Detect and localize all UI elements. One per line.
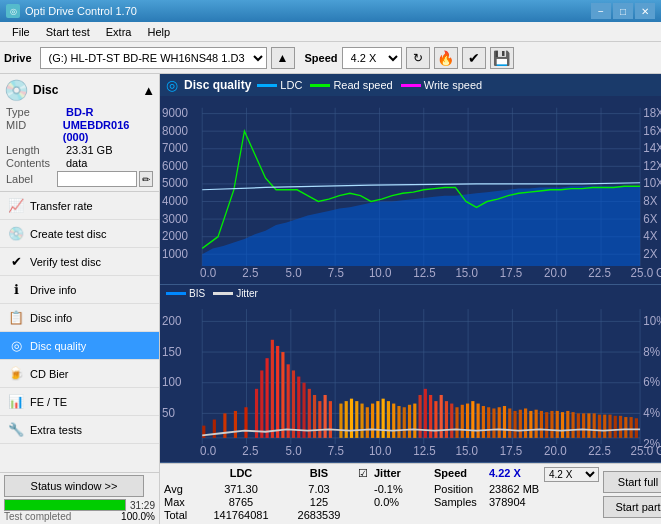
stats-checkbox[interactable]: ☑ <box>358 467 374 482</box>
sidebar-item-cd-bier[interactable]: 🍺 CD Bier <box>0 360 159 388</box>
disc-panel: 💿 Disc ▲ Type BD-R MID UMEBDR016 (000) L… <box>0 74 159 192</box>
type-label: Type <box>6 106 66 118</box>
svg-text:12X: 12X <box>643 158 661 173</box>
minimize-button[interactable]: − <box>591 3 611 19</box>
svg-rect-129 <box>550 410 553 437</box>
svg-rect-100 <box>360 403 363 437</box>
max-ldc: 8765 <box>202 496 280 508</box>
menu-extra[interactable]: Extra <box>98 24 140 40</box>
svg-rect-90 <box>450 403 453 437</box>
sidebar-item-create-test-disc[interactable]: 💿 Create test disc <box>0 220 159 248</box>
refresh-button[interactable]: ↻ <box>406 47 430 69</box>
disc-header: 💿 Disc ▲ <box>4 78 155 102</box>
sidebar-item-drive-info[interactable]: ℹ Drive info <box>0 276 159 304</box>
svg-text:50: 50 <box>162 405 175 420</box>
svg-rect-126 <box>535 409 538 437</box>
svg-rect-86 <box>429 395 432 438</box>
svg-text:9000: 9000 <box>162 106 188 121</box>
svg-rect-99 <box>355 401 358 438</box>
eject-button[interactable]: ▲ <box>271 47 295 69</box>
toolbar: Drive (G:) HL-DT-ST BD-RE WH16NS48 1.D3 … <box>0 42 661 74</box>
svg-text:10.0: 10.0 <box>369 265 392 280</box>
sidebar-item-disc-info[interactable]: 📋 Disc info <box>0 304 159 332</box>
sidebar-item-disc-quality[interactable]: ◎ Disc quality <box>0 332 159 360</box>
avg-spacer <box>358 483 374 495</box>
maximize-button[interactable]: □ <box>613 3 633 19</box>
disc-eject-icon[interactable]: ▲ <box>142 83 155 98</box>
svg-rect-104 <box>382 398 385 437</box>
sidebar-item-fe-te[interactable]: 📊 FE / TE <box>0 388 159 416</box>
sidebar-item-extra-tests[interactable]: 🔧 Extra tests <box>0 416 159 444</box>
length-value: 23.31 GB <box>66 144 112 156</box>
svg-text:20.0: 20.0 <box>544 443 567 458</box>
avg-label: Avg <box>164 483 202 495</box>
svg-text:14X: 14X <box>643 141 661 156</box>
svg-rect-123 <box>519 409 522 437</box>
verify-button[interactable]: ✔ <box>462 47 486 69</box>
drive-select[interactable]: (G:) HL-DT-ST BD-RE WH16NS48 1.D3 <box>40 47 267 69</box>
label-edit-button[interactable]: ✏ <box>139 171 153 187</box>
svg-rect-108 <box>403 407 406 438</box>
svg-rect-102 <box>371 403 374 437</box>
speed-select[interactable]: 4.2 X <box>544 467 599 482</box>
ldc-color-swatch <box>257 84 277 87</box>
cd-bier-label: CD Bier <box>30 368 69 380</box>
svg-text:12.5: 12.5 <box>413 265 436 280</box>
svg-text:6%: 6% <box>643 374 660 389</box>
svg-rect-134 <box>577 413 580 438</box>
disc-quality-header-icon: ◎ <box>166 77 178 93</box>
bottom-chart-header: BIS Jitter <box>160 285 661 303</box>
svg-rect-96 <box>339 403 342 437</box>
status-window-button[interactable]: Status window >> <box>4 475 144 497</box>
disc-quality-icon: ◎ <box>8 338 24 354</box>
svg-text:20.0: 20.0 <box>544 265 567 280</box>
svg-rect-127 <box>540 410 543 437</box>
svg-text:100: 100 <box>162 374 181 389</box>
nav-items: 📈 Transfer rate 💿 Create test disc ✔ Ver… <box>0 192 159 472</box>
svg-text:6000: 6000 <box>162 158 188 173</box>
svg-text:GB: GB <box>656 443 661 458</box>
speed-header: Speed <box>434 467 489 482</box>
svg-rect-141 <box>614 415 617 437</box>
svg-text:200: 200 <box>162 313 181 328</box>
svg-rect-105 <box>387 401 390 438</box>
svg-rect-101 <box>366 407 369 438</box>
svg-rect-112 <box>461 404 464 437</box>
svg-rect-82 <box>324 395 327 438</box>
sidebar-item-verify-test-disc[interactable]: ✔ Verify test disc <box>0 248 159 276</box>
svg-text:12.5: 12.5 <box>413 443 436 458</box>
speed-select[interactable]: 4.2 X <box>342 47 402 69</box>
svg-rect-94 <box>234 410 237 437</box>
verify-test-disc-label: Verify test disc <box>30 256 101 268</box>
svg-text:2.5: 2.5 <box>242 443 258 458</box>
menu-help[interactable]: Help <box>139 24 178 40</box>
legend-read-speed: Read speed <box>310 79 392 91</box>
start-part-button[interactable]: Start part <box>603 496 661 518</box>
save-button[interactable]: 💾 <box>490 47 514 69</box>
start-full-button[interactable]: Start full <box>603 471 661 493</box>
svg-text:17.5: 17.5 <box>500 265 523 280</box>
sidebar-item-transfer-rate[interactable]: 📈 Transfer rate <box>0 192 159 220</box>
menu-start-test[interactable]: Start test <box>38 24 98 40</box>
disc-info-label: Disc info <box>30 312 72 324</box>
svg-text:15.0: 15.0 <box>455 265 478 280</box>
svg-rect-106 <box>392 403 395 437</box>
menu-file[interactable]: File <box>4 24 38 40</box>
jitter-legend-label: Jitter <box>236 288 258 299</box>
close-button[interactable]: ✕ <box>635 3 655 19</box>
svg-text:10%: 10% <box>643 313 661 328</box>
main-area: 💿 Disc ▲ Type BD-R MID UMEBDR016 (000) L… <box>0 74 661 524</box>
progress-pct: 100.0% <box>121 511 155 522</box>
top-chart-svg: 9000 8000 7000 6000 5000 4000 3000 2000 … <box>160 96 661 284</box>
fe-te-label: FE / TE <box>30 396 67 408</box>
disc-icon: 💿 <box>4 78 29 102</box>
svg-text:4000: 4000 <box>162 193 188 208</box>
max-spacer <box>358 496 374 508</box>
burn-button[interactable]: 🔥 <box>434 47 458 69</box>
stats-total-row: Total 141764081 2683539 <box>164 509 599 521</box>
svg-rect-74 <box>281 352 284 438</box>
stats-max-row: Max 8765 125 0.0% Samples 378904 <box>164 496 599 508</box>
speed-label: Speed <box>305 52 338 64</box>
total-label: Total <box>164 509 202 521</box>
label-input[interactable] <box>57 171 137 187</box>
